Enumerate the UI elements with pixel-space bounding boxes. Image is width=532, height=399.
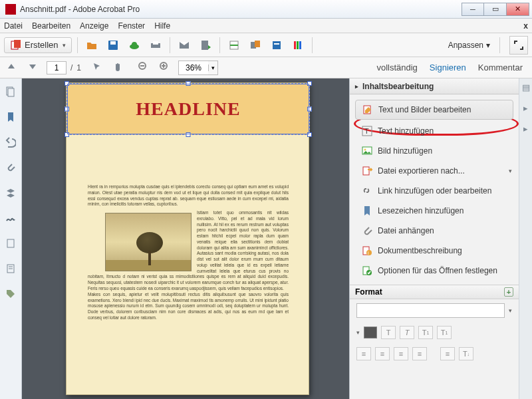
panel-section-header[interactable]: ▸ Inhaltsbearbeitung bbox=[350, 78, 519, 94]
tool-attach-file[interactable]: Datei anhängen bbox=[350, 221, 519, 241]
link-icon bbox=[362, 186, 372, 196]
panel-menu-icon[interactable]: ▤ bbox=[522, 82, 530, 92]
save-button[interactable] bbox=[104, 37, 122, 54]
print-button[interactable] bbox=[147, 37, 164, 54]
headline-selection[interactable]: HEADLINE bbox=[66, 83, 310, 135]
customize-button[interactable]: Anpassen ▾ bbox=[444, 39, 494, 52]
char-spacing-button[interactable]: T↓ bbox=[459, 347, 473, 360]
export-icon bbox=[362, 166, 372, 176]
color-swatch[interactable] bbox=[364, 327, 377, 338]
panel-rail: ▤ ▸ ▸ bbox=[519, 78, 532, 399]
submenu-caret-icon: ▾ bbox=[509, 168, 512, 174]
tool-open-options[interactable]: Optionen für das Öffnen festlegen bbox=[350, 261, 519, 281]
panel-expand-icon[interactable]: ▸ bbox=[523, 124, 528, 134]
svg-rect-14 bbox=[273, 41, 281, 49]
panel-collapse-icon[interactable]: ▸ bbox=[523, 103, 528, 113]
create-button[interactable]: Erstellen ▾ bbox=[4, 37, 72, 53]
email-button[interactable] bbox=[176, 37, 193, 54]
zoom-field[interactable]: ▾ bbox=[178, 61, 218, 75]
align-left-button[interactable]: ≡ bbox=[356, 347, 371, 360]
text-icon: T bbox=[362, 126, 372, 136]
align-justify-button[interactable]: ≡ bbox=[412, 347, 427, 360]
combine-button[interactable] bbox=[247, 37, 264, 54]
tool-edit-text-images[interactable]: Text und Bilder bearbeiten bbox=[355, 100, 513, 120]
format-section-header[interactable]: Format + bbox=[350, 285, 519, 299]
align-center-button[interactable]: ≡ bbox=[375, 347, 390, 360]
articles-icon[interactable] bbox=[4, 262, 17, 275]
create-icon bbox=[10, 40, 21, 51]
caret-down-icon: ▾ bbox=[486, 41, 490, 50]
menu-fenster[interactable]: Fenster bbox=[118, 21, 145, 31]
zoom-in-button[interactable] bbox=[157, 59, 174, 76]
svg-rect-15 bbox=[274, 43, 279, 45]
menubar: Datei Bearbeiten Anzeige Fenster Hilfe x bbox=[0, 19, 532, 33]
tool-add-text[interactable]: T Text hinzufügen bbox=[350, 121, 519, 141]
tool-add-link[interactable]: Link hinzufügen oder bearbeiten bbox=[350, 181, 519, 201]
page: HEADLINE Hient ra in remporios molupta c… bbox=[66, 82, 309, 395]
undo-icon[interactable] bbox=[4, 136, 17, 149]
bookmarks-icon[interactable] bbox=[4, 110, 17, 124]
comment-tab[interactable]: Kommentar bbox=[478, 63, 523, 72]
menu-bearbeiten[interactable]: Bearbeiten bbox=[32, 21, 70, 31]
layers-icon[interactable] bbox=[4, 186, 17, 200]
docinfo-icon: i bbox=[362, 245, 372, 256]
svg-rect-35 bbox=[363, 167, 369, 175]
svg-point-5 bbox=[132, 42, 137, 47]
zoom-caret-icon[interactable]: ▾ bbox=[208, 65, 217, 71]
page-down-button[interactable] bbox=[25, 59, 43, 76]
menu-datei[interactable]: Datei bbox=[4, 21, 23, 31]
tool-label: Datei anhängen bbox=[378, 226, 434, 235]
tool-label: Lesezeichen hinzufügen bbox=[378, 206, 464, 215]
tools-tab[interactable]: vollständig bbox=[376, 63, 417, 72]
tool-label: Datei exportieren nach... bbox=[378, 166, 465, 176]
tool-document-description[interactable]: i Dokumentbeschreibung bbox=[350, 241, 519, 261]
align-right-button[interactable]: ≡ bbox=[394, 347, 408, 360]
bold-button[interactable]: T bbox=[381, 326, 396, 339]
menu-hilfe[interactable]: Hilfe bbox=[154, 21, 170, 31]
font-dropdown[interactable] bbox=[356, 303, 505, 318]
menu-anzeige[interactable]: Anzeige bbox=[80, 21, 108, 31]
tool-add-bookmark[interactable]: Lesezeichen hinzufügen bbox=[350, 201, 519, 221]
add-format-button[interactable]: + bbox=[504, 287, 513, 297]
tool-label: Text hinzufügen bbox=[378, 126, 434, 136]
pages-icon[interactable] bbox=[4, 237, 17, 250]
fullscreen-button[interactable] bbox=[509, 36, 528, 55]
svg-rect-26 bbox=[7, 239, 14, 247]
document-view[interactable]: HEADLINE Hient ra in remporios molupta c… bbox=[22, 78, 349, 399]
page-up-button[interactable] bbox=[4, 59, 21, 76]
scan-button[interactable] bbox=[225, 37, 243, 54]
zoom-input[interactable] bbox=[179, 61, 208, 74]
superscript-button[interactable]: T1 bbox=[418, 326, 433, 339]
app-icon bbox=[5, 4, 16, 15]
maximize-button[interactable]: ▭ bbox=[484, 3, 507, 16]
sign-tab[interactable]: Signieren bbox=[430, 63, 466, 72]
minimize-button[interactable]: ─ bbox=[462, 3, 484, 16]
attachments-icon[interactable] bbox=[4, 161, 17, 174]
subscript-button[interactable]: T1 bbox=[437, 326, 452, 339]
menubar-close[interactable]: x bbox=[523, 21, 528, 31]
page-number-input[interactable] bbox=[47, 61, 66, 74]
hand-tool[interactable] bbox=[110, 59, 128, 76]
select-tool[interactable] bbox=[89, 59, 106, 76]
tool-label: Link hinzufügen oder bearbeiten bbox=[378, 186, 491, 196]
close-button[interactable]: ✕ bbox=[507, 3, 529, 16]
italic-button[interactable]: T bbox=[400, 326, 414, 339]
convert-button[interactable] bbox=[197, 37, 214, 54]
inline-image bbox=[105, 213, 192, 271]
image-icon bbox=[362, 146, 372, 156]
tags-icon[interactable] bbox=[4, 287, 17, 301]
tool-export-file[interactable]: Datei exportieren nach... ▾ bbox=[350, 161, 519, 181]
zoom-out-button[interactable] bbox=[136, 59, 153, 76]
cloud-button[interactable] bbox=[126, 37, 143, 54]
open-button[interactable] bbox=[83, 37, 100, 54]
tool-add-image[interactable]: Bild hinzufügen bbox=[350, 141, 519, 161]
headline-text[interactable]: HEADLINE bbox=[67, 84, 309, 120]
svg-rect-7 bbox=[153, 41, 158, 45]
signatures-rail-icon[interactable] bbox=[4, 211, 17, 225]
thumbnails-icon[interactable] bbox=[4, 85, 17, 98]
multimedia-button[interactable] bbox=[289, 37, 307, 54]
line-spacing-button[interactable]: ≡ bbox=[440, 347, 455, 360]
form-button[interactable] bbox=[268, 37, 285, 54]
create-label: Erstellen bbox=[25, 40, 59, 50]
caret-down-icon: ▾ bbox=[509, 307, 512, 314]
